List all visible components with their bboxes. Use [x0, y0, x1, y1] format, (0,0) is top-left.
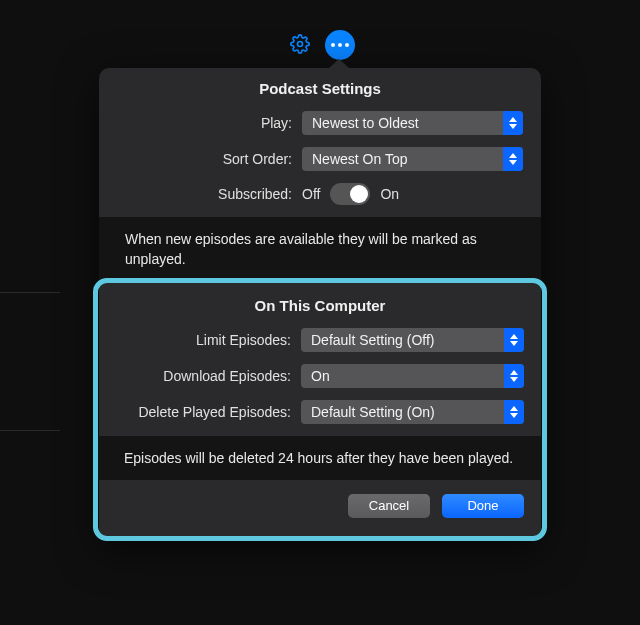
done-button[interactable]: Done	[442, 494, 524, 518]
download-label: Download Episodes:	[116, 368, 291, 384]
settings-gear-button[interactable]	[285, 30, 315, 60]
sort-value: Newest On Top	[312, 151, 407, 167]
play-value: Newest to Oldest	[312, 115, 419, 131]
button-bar: Cancel Done	[98, 480, 542, 532]
delete-value: Default Setting (On)	[311, 404, 435, 420]
play-select[interactable]: Newest to Oldest	[302, 111, 523, 135]
subscribed-on-label: On	[380, 186, 399, 202]
limit-row: Limit Episodes: Default Setting (Off)	[98, 322, 542, 358]
divider	[0, 292, 60, 293]
subscribed-label: Subscribed:	[117, 186, 292, 202]
subscribed-switch[interactable]	[330, 183, 370, 205]
on-this-computer-section: On This Computer Limit Episodes: Default…	[93, 278, 547, 541]
more-options-button[interactable]	[325, 30, 355, 60]
ellipsis-icon	[331, 43, 349, 47]
limit-select[interactable]: Default Setting (Off)	[301, 328, 524, 352]
play-label: Play:	[117, 115, 292, 131]
stepper-icon	[503, 147, 523, 171]
download-row: Download Episodes: On	[98, 358, 542, 394]
computer-title: On This Computer	[98, 285, 542, 322]
limit-label: Limit Episodes:	[116, 332, 291, 348]
download-select[interactable]: On	[301, 364, 524, 388]
cancel-button[interactable]: Cancel	[348, 494, 430, 518]
stepper-icon	[503, 111, 523, 135]
stepper-icon	[504, 328, 524, 352]
stepper-icon	[504, 400, 524, 424]
play-row: Play: Newest to Oldest	[99, 105, 541, 141]
stepper-icon	[504, 364, 524, 388]
popover-title: Podcast Settings	[99, 68, 541, 105]
sort-label: Sort Order:	[117, 151, 292, 167]
delete-label: Delete Played Episodes:	[116, 404, 291, 420]
switch-knob	[350, 185, 368, 203]
delete-select[interactable]: Default Setting (On)	[301, 400, 524, 424]
subscribed-off-label: Off	[302, 186, 320, 202]
delete-info: Episodes will be deleted 24 hours after …	[98, 436, 542, 480]
toolbar	[285, 30, 355, 60]
subscribed-row: Subscribed: Off On	[99, 177, 541, 211]
svg-point-0	[298, 41, 303, 46]
limit-value: Default Setting (Off)	[311, 332, 434, 348]
sort-select[interactable]: Newest On Top	[302, 147, 523, 171]
gear-icon	[290, 34, 310, 57]
delete-row: Delete Played Episodes: Default Setting …	[98, 394, 542, 430]
sort-row: Sort Order: Newest On Top	[99, 141, 541, 177]
divider	[0, 430, 60, 431]
download-value: On	[311, 368, 330, 384]
unplayed-info: When new episodes are available they wil…	[99, 217, 541, 282]
settings-popover: Podcast Settings Play: Newest to Oldest …	[99, 68, 541, 541]
